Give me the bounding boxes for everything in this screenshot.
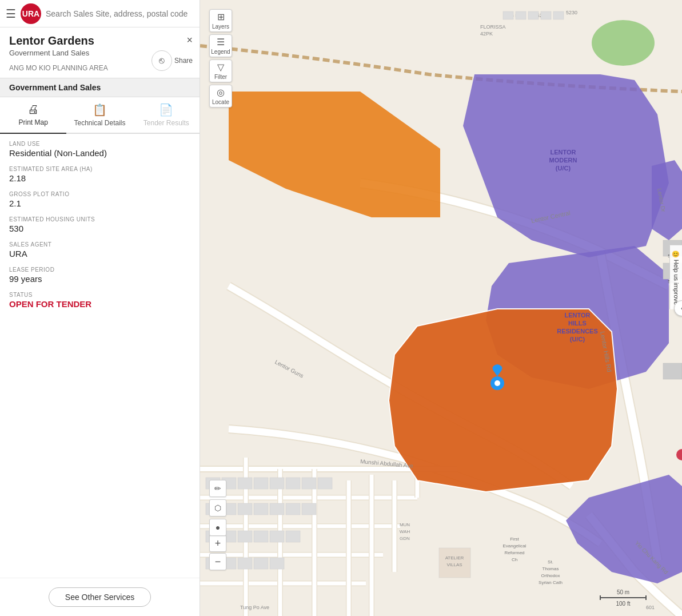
svg-rect-51 <box>270 478 284 489</box>
filter-button[interactable]: ▽ Filter <box>209 59 232 82</box>
detail-site-area: ESTIMATED SITE AREA (HA) 2.18 <box>9 166 190 183</box>
svg-text:ATELIER: ATELIER <box>445 555 464 561</box>
svg-rect-67 <box>286 531 300 542</box>
topbar: ☰ URA <box>0 0 200 27</box>
tab-print-map[interactable]: 🖨 Print Map <box>0 97 66 134</box>
locate-icon: ◎ <box>217 87 225 98</box>
detail-housing-units: ESTIMATED HOUSING UNITS 530 <box>9 216 190 233</box>
layers-icon: ⊞ <box>217 11 225 22</box>
svg-text:GDN: GDN <box>400 536 410 541</box>
detail-status: STATUS OPEN FOR TENDER <box>9 292 190 309</box>
svg-text:HILLS: HILLS <box>568 320 587 327</box>
svg-rect-54 <box>318 478 332 489</box>
svg-text:WAH: WAH <box>400 529 410 534</box>
svg-point-33 <box>494 380 500 386</box>
help-icon: 😊 <box>672 249 680 257</box>
svg-text:Ch: Ch <box>512 557 517 562</box>
svg-rect-58 <box>254 503 268 515</box>
locate-button[interactable]: ◎ Locate <box>209 85 232 108</box>
svg-text:VILLAS: VILLAS <box>446 562 462 567</box>
point-tool-button[interactable]: ● <box>209 519 226 536</box>
svg-text:5230: 5230 <box>566 10 577 15</box>
tab-technical-details[interactable]: 📋 Technical Details <box>66 97 133 134</box>
zoom-out-button[interactable]: − <box>209 553 226 570</box>
svg-point-1 <box>592 20 655 66</box>
svg-rect-77 <box>516 11 526 19</box>
legend-button[interactable]: ☰ Legend <box>209 34 232 57</box>
svg-text:100 ft: 100 ft <box>616 601 630 607</box>
svg-text:50 m: 50 m <box>617 589 629 595</box>
svg-rect-66 <box>270 531 284 542</box>
legend-icon: ☰ <box>217 37 225 47</box>
svg-rect-71 <box>254 558 268 569</box>
see-other-services-section: See Other Services <box>0 578 200 616</box>
detail-land-use: LAND USE Residential (Non-Landed) <box>9 141 190 158</box>
svg-rect-60 <box>286 503 300 515</box>
share-icon: ⎋ <box>151 50 172 71</box>
svg-rect-61 <box>302 503 316 515</box>
svg-text:Evangelical: Evangelical <box>503 543 527 549</box>
svg-text:LENTOR: LENTOR <box>564 312 590 319</box>
svg-rect-49 <box>238 478 252 489</box>
share-label: Share <box>174 57 193 65</box>
svg-marker-28 <box>652 160 682 240</box>
svg-rect-80 <box>553 11 564 19</box>
close-button[interactable]: × <box>186 34 193 46</box>
zoom-controls: + − <box>209 535 226 570</box>
svg-rect-88 <box>663 363 682 379</box>
filter-icon: ▽ <box>217 62 224 73</box>
panel-title: Lentor Gardens <box>9 34 190 47</box>
svg-rect-78 <box>528 11 539 19</box>
svg-text:FLORISSA: FLORISSA <box>480 24 506 30</box>
tabs: 🖨 Print Map 📋 Technical Details 📄 Tender… <box>0 97 200 134</box>
search-input[interactable] <box>46 9 194 18</box>
panel-header: Lentor Gardens Government Land Sales × ⎋… <box>0 27 200 62</box>
section-header: Government Land Sales <box>0 78 200 97</box>
svg-text:(U/C): (U/C) <box>556 165 571 172</box>
svg-rect-72 <box>270 558 284 569</box>
shape-tool-button[interactable]: ⬡ <box>209 499 226 516</box>
svg-rect-59 <box>270 503 284 515</box>
svg-rect-52 <box>286 478 300 489</box>
detail-lease-period: LEASE PERIOD 99 years <box>9 267 190 284</box>
svg-rect-57 <box>238 503 252 515</box>
map-svg: Lentor Central Lentor Hills Rd Lentor Gu… <box>200 0 682 616</box>
logo-icon: URA <box>21 3 41 24</box>
svg-rect-64 <box>238 531 252 542</box>
svg-text:Orthodox: Orthodox <box>541 573 560 578</box>
zoom-in-button[interactable]: + <box>209 535 226 552</box>
marker-controls: ✏ ⬡ ● <box>209 480 226 536</box>
svg-text:RESIDENCES: RESIDENCES <box>557 328 598 335</box>
svg-text:Thomas: Thomas <box>543 566 559 571</box>
svg-text:Reformed: Reformed <box>504 550 524 555</box>
svg-rect-50 <box>254 478 268 489</box>
svg-text:LENTOR: LENTOR <box>550 149 576 156</box>
details-panel: LAND USE Residential (Non-Landed) ESTIMA… <box>0 134 200 578</box>
svg-text:MODERN: MODERN <box>549 157 577 164</box>
sidebar: ☰ URA Lentor Gardens Government Land Sal… <box>0 0 200 616</box>
tab-tender-results: 📄 Tender Results <box>133 97 200 134</box>
svg-rect-53 <box>302 478 316 489</box>
see-other-services-button[interactable]: See Other Services <box>49 587 151 607</box>
technical-details-icon: 📋 <box>93 103 107 117</box>
svg-text:Tung Po Ave: Tung Po Ave <box>240 605 269 610</box>
svg-text:Syrian Cath: Syrian Cath <box>539 580 563 585</box>
map-container[interactable]: Lentor Central Lentor Hills Rd Lentor Gu… <box>200 0 682 616</box>
map-controls: ⊞ Layers ☰ Legend ▽ Filter ◎ Locate <box>209 9 232 108</box>
svg-rect-79 <box>541 11 551 19</box>
svg-text:MUN: MUN <box>400 522 410 527</box>
pen-tool-button[interactable]: ✏ <box>209 480 226 497</box>
print-icon: 🖨 <box>27 103 39 116</box>
share-area[interactable]: ⎋ Share <box>151 50 193 71</box>
tender-results-icon: 📄 <box>159 103 173 117</box>
svg-rect-65 <box>254 531 268 542</box>
layers-button[interactable]: ⊞ Layers <box>209 9 232 32</box>
detail-sales-agent: SALES AGENT URA <box>9 241 190 259</box>
svg-text:601: 601 <box>646 605 655 610</box>
svg-text:St.: St. <box>548 559 553 565</box>
detail-plot-ratio: GROSS PLOT RATIO 2.1 <box>9 191 190 208</box>
svg-rect-76 <box>503 11 513 19</box>
svg-rect-70 <box>238 558 252 569</box>
svg-text:First: First <box>510 536 519 542</box>
hamburger-icon[interactable]: ☰ <box>6 7 16 21</box>
